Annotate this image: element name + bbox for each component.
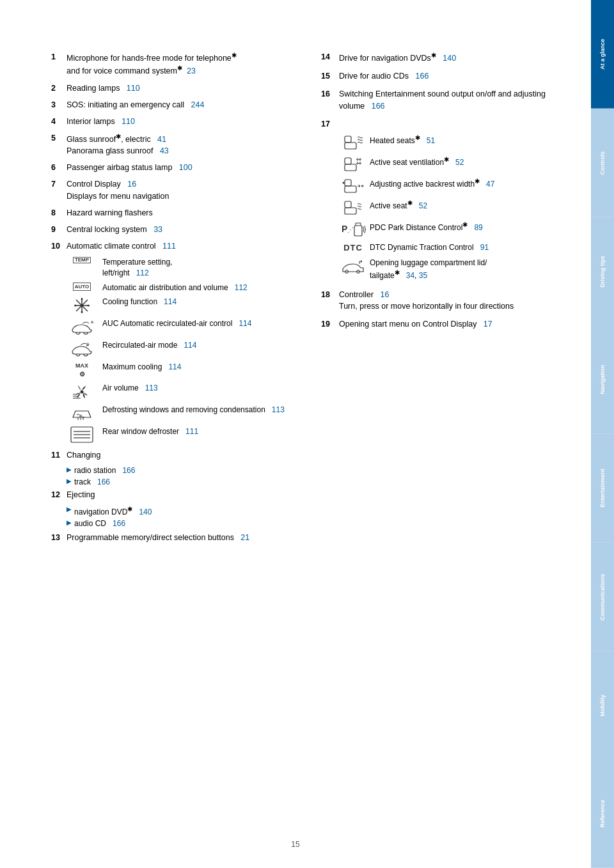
sidebar-tab-mobility[interactable]: Mobility [591,651,614,760]
max-icon: MAX⚙ [67,362,97,379]
item-3: 3 SOS: initiating an emergency call 244 [51,99,295,111]
sidebar-tab-at-a-glance[interactable]: At a glance [591,0,614,109]
defrost-icon [67,405,97,422]
svg-text:A: A [91,320,94,324]
sidebar-tab-controls[interactable]: Controls [591,109,614,217]
item-4: 4 Interior lamps 110 [51,116,295,127]
item-num-13: 13 [51,532,67,543]
item-text-14: Drive for navigation DVDs✱ 140 [339,51,456,64]
item-text-9: Central locking system 33 [67,224,162,235]
svg-rect-26 [345,180,351,186]
sidebar-tab-navigation[interactable]: Navigation [591,325,614,434]
item-num-4: 4 [51,116,67,127]
climate-cooling: Cooling function 114 [67,297,295,314]
backrest-icon [336,177,370,195]
luggage-text: Opening luggage compartment lid/tailgate… [370,258,487,281]
svg-text:⋰: ⋰ [347,226,354,233]
item-text-5: Glass sunroof✱, electric 41 Panorama gla… [67,132,169,157]
cooling-text: Cooling function 114 [102,297,177,307]
sidebar-tab-driving-tips[interactable]: Driving tips [591,217,614,326]
item-11-track: ▶ track 166 [67,477,295,486]
heated-seat-text: Heated seats✱ 51 [370,134,435,146]
item-text-8: Hazard warning flashers [67,207,153,219]
recirc-text: Recirculated-air mode 114 [102,340,196,351]
item-7: 7 Control Display 16 Displays for menu n… [51,178,295,201]
active-seat-text: Active seat✱ 52 [370,199,427,212]
seat-ventilation-icon [336,155,370,173]
pdc-text: PDC Park Distance Control✱ 89 [370,221,483,233]
arrow-icon: ▶ [67,477,72,486]
seat-ventilation-text: Active seat ventilation✱ 52 [370,155,464,168]
svg-rect-24 [345,158,351,164]
svg-rect-28 [345,208,356,214]
item-13: 13 Programmable memory/direct selection … [51,532,295,543]
item-text-2: Reading lamps 110 [67,82,140,94]
item-num-2: 2 [51,82,67,94]
rear-defrost-icon [67,426,97,443]
climate-auc: A AUC Automatic recirculated-air control… [67,318,295,336]
item-17-heated-seat: Heated seats✱ 51 [336,134,565,151]
item-text-18: Controller 16 Turn, press or move horizo… [339,289,514,312]
item-14: 14 Drive for navigation DVDs✱ 140 [321,51,565,64]
climate-fan: Air volume 113 [67,383,295,401]
svg-rect-29 [345,201,351,208]
item-1: 1 Microphone for hands-free mode for tel… [51,51,295,77]
item-num-5: 5 [51,132,67,157]
svg-point-10 [81,391,84,394]
item-17: 17 [321,118,565,281]
svg-point-8 [88,305,90,307]
item-11-track-text: track 166 [74,477,110,486]
page-number: 15 [291,840,299,849]
sidebar-tab-entertainment[interactable]: Entertainment [591,434,614,543]
item-num-10: 10 [51,240,67,252]
item-6: 6 Passenger airbag status lamp 100 [51,162,295,173]
svg-rect-32 [354,226,362,236]
item-text-12: Ejecting [67,489,95,500]
item-17-active-seat: Active seat✱ 52 [336,199,565,217]
item-num-8: 8 [51,207,67,219]
backrest-text: Adjusting active backrest width✱ 47 [370,177,494,190]
arrow-icon: ▶ [67,506,72,516]
item-12-audiocd-text: audio CD 166 [74,519,125,528]
dtc-icon: DTC [336,242,370,254]
item-num-14: 14 [321,51,339,64]
svg-point-7 [75,305,77,307]
svg-text:P: P [342,224,347,234]
item-text-3: SOS: initiating an emergency call 244 [67,99,204,111]
item-text-15: Drive for audio CDs 166 [339,70,429,82]
climate-auto: AUTO Automatic air distribution and volu… [67,283,295,293]
item-19: 19 Opening start menu on Control Display… [321,318,565,330]
pdc-icon: P ⋰ [336,221,370,238]
item-num-19: 19 [321,318,339,330]
item-num-16: 16 [321,88,339,111]
sidebar-tab-communications[interactable]: Communications [591,543,614,651]
item-num-9: 9 [51,224,67,235]
item-5: 5 Glass sunroof✱, electric 41 Panorama g… [51,132,295,157]
item-11-radio-text: radio station 166 [74,466,135,475]
auto-text: Automatic air distribution and volume 11… [102,283,248,293]
sidebar-tab-reference[interactable]: Reference [591,759,614,868]
item-12-audiocd: ▶ audio CD 166 [67,519,295,528]
svg-point-6 [81,311,83,313]
max-text: Maximum cooling 114 [102,362,181,373]
item-num-15: 15 [321,70,339,82]
item-12-navdvd: ▶ navigation DVD✱ 140 [67,506,295,516]
auc-text: AUC Automatic recirculated-air control 1… [102,318,251,329]
svg-point-4 [81,304,84,307]
item-num-12: 12 [51,489,67,500]
item-text-11: Changing [67,449,101,461]
fan-text: Air volume 113 [102,383,158,394]
item-17-pdc: P ⋰ PDC Park Distance Control✱ 89 [336,221,565,238]
rear-defrost-text: Rear window defroster 111 [102,426,198,437]
item-16: 16 Switching Entertainment sound output … [321,88,565,111]
item-17-luggage: Opening luggage compartment lid/tailgate… [336,258,565,281]
item-11: 11 Changing ▶ radio station 166 ▶ track … [51,449,295,486]
item-8: 8 Hazard warning flashers [51,207,295,219]
item-17-backrest: Adjusting active backrest width✱ 47 [336,177,565,195]
item-text-13: Programmable memory/direct selection but… [67,532,249,543]
svg-rect-21 [345,143,356,149]
item-text-19: Opening start menu on Control Display 17 [339,318,492,330]
item-text-1: Microphone for hands-free mode for telep… [67,51,237,77]
temp-text: Temperature setting,left/right 112 [102,257,172,279]
item-text-4: Interior lamps 110 [67,116,135,127]
